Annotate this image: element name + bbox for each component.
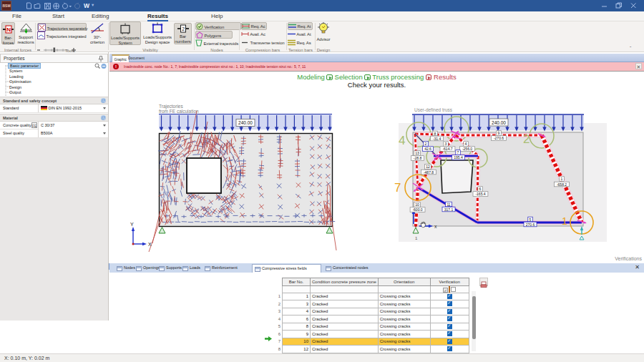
svg-text:2: 2	[425, 142, 427, 146]
svg-text:-256.0: -256.0	[462, 147, 472, 151]
svg-text:from FE calculation: from FE calculation	[159, 109, 199, 114]
svg-text:-31.4: -31.4	[433, 136, 441, 140]
svg-text:4: 4	[399, 134, 405, 147]
svg-text:42.6: 42.6	[424, 147, 431, 151]
svg-text:5: 5	[530, 217, 532, 221]
svg-text:6: 6	[479, 187, 482, 191]
svg-text:-270.6: -270.6	[494, 136, 504, 140]
svg-text:3: 3	[445, 142, 447, 146]
svg-text:240.00: 240.00	[492, 120, 506, 125]
svg-text:195.4: 195.4	[454, 155, 463, 160]
svg-text:10: 10	[415, 202, 419, 207]
svg-text:8: 8	[434, 131, 436, 135]
svg-text:-658.2: -658.2	[557, 182, 567, 186]
svg-text:11: 11	[447, 202, 450, 206]
svg-text:7: 7	[394, 181, 401, 195]
svg-text:1: 1	[561, 177, 563, 181]
svg-text:240.00: 240.00	[238, 120, 253, 125]
svg-text:317.1: 317.1	[444, 207, 454, 211]
svg-text:270.6: 270.6	[526, 222, 535, 226]
svg-text:12: 12	[426, 165, 430, 169]
svg-text:N: N	[6, 26, 11, 33]
svg-text:9: 9	[498, 131, 500, 135]
svg-text:Y: Y	[130, 222, 134, 227]
svg-text:User-defined truss: User-defined truss	[414, 107, 453, 112]
svg-text:2: 2	[182, 26, 185, 31]
svg-text:X: X	[148, 242, 152, 247]
svg-text:1: 1	[562, 215, 567, 227]
svg-text:7: 7	[457, 150, 459, 155]
svg-text:-28.8: -28.8	[414, 156, 422, 160]
svg-text:13: 13	[415, 151, 419, 155]
svg-text:x: x	[434, 224, 437, 229]
svg-text:-487.8: -487.8	[424, 170, 434, 174]
svg-text:-614.7: -614.7	[442, 147, 452, 151]
svg-text:-600.0: -600.0	[412, 207, 422, 212]
svg-text:2: 2	[523, 132, 530, 146]
svg-text:4: 4	[465, 142, 467, 146]
svg-text:-165.4: -165.4	[475, 192, 485, 196]
